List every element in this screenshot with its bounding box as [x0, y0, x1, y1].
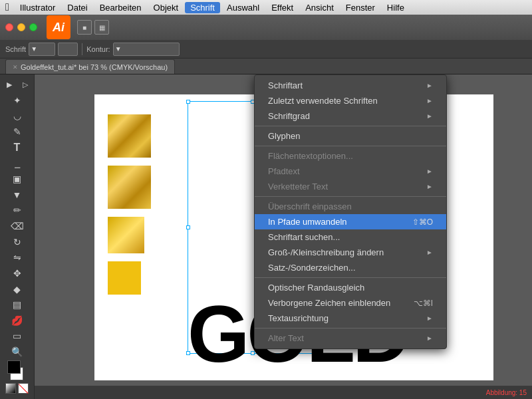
chart-tool[interactable]: ▭: [8, 329, 27, 344]
none-swatch[interactable]: [18, 383, 29, 394]
statusbar: Abbildung: 15: [35, 386, 532, 399]
fullscreen-button[interactable]: [29, 23, 37, 31]
gold-squares-area: [108, 114, 151, 303]
tabbar: ✕ Goldeffekt_tut.ai* bei 73 % (CMYK/Vors…: [0, 59, 532, 74]
minimize-button[interactable]: [17, 23, 25, 31]
view-icon[interactable]: ▦: [94, 20, 109, 35]
gradient-tool[interactable]: ▤: [8, 297, 27, 312]
status-text: Abbildung: 15: [486, 389, 527, 396]
pencil-tool[interactable]: ✏: [8, 203, 27, 217]
menu-sep-5: [255, 328, 446, 329]
zoom-tool[interactable]: 🔍: [8, 344, 27, 359]
shape-tool[interactable]: ▣: [8, 172, 27, 186]
menu-item-textausrichtung[interactable]: Textausrichtung ►: [255, 311, 446, 326]
submenu-arrow-pfadtext: ►: [426, 168, 433, 175]
toolbar-separator-1: [82, 43, 82, 55]
title-icons: ■ ▦: [77, 20, 109, 35]
submenu-arrow-verketteter: ►: [426, 183, 433, 190]
menu-item-gross-kleinschreibung[interactable]: Groß-/Kleinschreibung ändern ►: [255, 245, 446, 260]
document-tab[interactable]: ✕ Goldeffekt_tut.ai* bei 73 % (CMYK/Vors…: [5, 59, 175, 74]
submenu-arrow-recent: ►: [426, 97, 433, 104]
eyedropper-tool[interactable]: 💋: [8, 313, 27, 328]
menu-item-schriftgrad[interactable]: Schriftgrad ►: [255, 108, 446, 124]
menubar-item-ansicht[interactable]: Ansicht: [300, 2, 339, 13]
menu-item-schriftart[interactable]: Schriftart ►: [255, 78, 446, 93]
shortcut-in-pfade: ⇧⌘O: [412, 217, 433, 227]
menu-item-verketteter-text[interactable]: Verketteter Text ►: [255, 179, 446, 194]
menubar-item-illustrator[interactable]: Illustrator: [15, 2, 61, 13]
font-size-select[interactable]: [58, 43, 78, 56]
selection-handle-tl[interactable]: [186, 100, 190, 104]
submenu-arrow-schriftart: ►: [426, 82, 433, 89]
kontur-select[interactable]: ▼: [113, 43, 180, 56]
menu-item-glyphen[interactable]: Glyphen: [255, 128, 446, 144]
menubar-item-hilfe[interactable]: Hilfe: [382, 2, 410, 13]
gold-swatch-3: [108, 217, 144, 253]
menu-sep-3: [255, 196, 446, 197]
tab-label: Goldeffekt_tut.ai* bei 73 % (CMYK/Vorsch…: [21, 63, 168, 71]
text-tool[interactable]: T: [8, 140, 27, 155]
submenu-arrow-schriftgrad: ►: [426, 112, 433, 120]
direct-selection-tool[interactable]: ▷: [18, 77, 33, 92]
shortcut-verborgene: ⌥⌘I: [414, 299, 433, 308]
selection-tools: ▶ ▷: [2, 77, 33, 92]
menubar-item-auswahl[interactable]: Auswahl: [221, 2, 265, 13]
menubar-item-datei[interactable]: Datei: [62, 2, 92, 13]
gold-swatch-2: [108, 166, 151, 209]
gold-swatch-1: [108, 114, 151, 158]
magic-wand-tool[interactable]: ✦: [8, 93, 27, 108]
menu-item-verborgene-zeichen[interactable]: Verborgene Zeichen einblenden ⌥⌘I: [255, 295, 446, 311]
menu-item-sonderzeichen[interactable]: Satz-/Sonderzeichen...: [255, 260, 446, 275]
close-button[interactable]: [5, 23, 13, 31]
apple-menu-icon[interactable]: : [5, 1, 9, 13]
menubar-item-schrift[interactable]: Schrift: [185, 2, 220, 13]
blend-tool[interactable]: ◆: [8, 282, 27, 297]
gradient-swatch[interactable]: [5, 383, 16, 394]
lasso-tool[interactable]: ◡: [8, 109, 27, 124]
left-toolbar: ▶ ▷ ✦ ◡ ✎ T ⎯ ▣ ▼ ✏ ⌫ ↻ ⇋ ✥ ◆ ▤ 💋 ▭ 🔍: [0, 74, 35, 399]
menubar-item-effekt[interactable]: Effekt: [266, 2, 299, 13]
menu-item-alter-text[interactable]: Alter Text ►: [255, 331, 446, 346]
rotate-tool[interactable]: ↻: [8, 235, 27, 249]
app-logo: Ai: [47, 15, 70, 39]
paintbrush-tool[interactable]: ▼: [8, 188, 27, 202]
submenu-arrow-textausrichtung: ►: [426, 315, 433, 322]
menu-item-optischer-randausgleich[interactable]: Optischer Randausgleich: [255, 280, 446, 295]
eraser-tool[interactable]: ⌫: [8, 219, 27, 233]
line-tool[interactable]: ⎯: [8, 156, 27, 171]
color-swatches: [5, 360, 29, 394]
submenu-arrow-alter: ►: [426, 334, 433, 342]
menu-sep-2: [255, 146, 446, 146]
menu-item-in-pfade-umwandeln[interactable]: In Pfade umwandeln ⇧⌘O: [255, 214, 446, 229]
traffic-lights: [5, 23, 37, 31]
menu-item-flaechentextoptions[interactable]: Flächentextoptionen...: [255, 148, 446, 164]
menubar-item-fenster[interactable]: Fenster: [340, 2, 380, 13]
menu-item-ueberschrift[interactable]: Überschrift einpassen: [255, 199, 446, 214]
menu-sep-4: [255, 277, 446, 278]
kontur-label: Kontur:: [86, 45, 110, 53]
menubar-item-objekt[interactable]: Objekt: [148, 2, 184, 13]
schrift-label: Schrift: [5, 45, 26, 53]
pen-tool[interactable]: ✎: [8, 124, 27, 139]
mirror-tool[interactable]: ⇋: [8, 250, 27, 265]
arrange-icon[interactable]: ■: [77, 20, 92, 35]
font-family-select[interactable]: ▼: [29, 43, 55, 56]
menu-sep-1: [255, 126, 446, 126]
menubar-item-bearbeiten[interactable]: Bearbeiten: [94, 2, 147, 13]
submenu-arrow-gross: ►: [426, 249, 433, 256]
menu-item-schriftart-suchen[interactable]: Schriftart suchen...: [255, 229, 446, 245]
selection-handle-ml[interactable]: [186, 225, 190, 229]
menu-item-recent-fonts[interactable]: Zuletzt verwendete Schriften ►: [255, 93, 446, 108]
menu-item-pfadtext[interactable]: Pfadtext ►: [255, 164, 446, 179]
menubar:  Illustrator Datei Bearbeiten Objekt Sc…: [0, 0, 532, 15]
toolbar: Schrift ▼ Kontur: ▼: [0, 40, 532, 59]
scale-tool[interactable]: ✥: [8, 266, 27, 281]
main-area: ▶ ▷ ✦ ◡ ✎ T ⎯ ▣ ▼ ✏ ⌫ ↻ ⇋ ✥ ◆ ▤ 💋 ▭ 🔍: [0, 74, 532, 399]
foreground-color-swatch[interactable]: [7, 360, 21, 374]
swatch-stack[interactable]: [7, 360, 27, 380]
selection-tool[interactable]: ▶: [2, 77, 17, 92]
tab-close-icon[interactable]: ✕: [13, 64, 18, 70]
gold-swatch-4: [108, 261, 141, 295]
schrift-dropdown-menu[interactable]: Schriftart ► Zuletzt verwendete Schrifte…: [254, 74, 447, 349]
canvas-area: GOLD Abbildung: 15 Schriftart ► Zuletzt …: [35, 74, 532, 399]
